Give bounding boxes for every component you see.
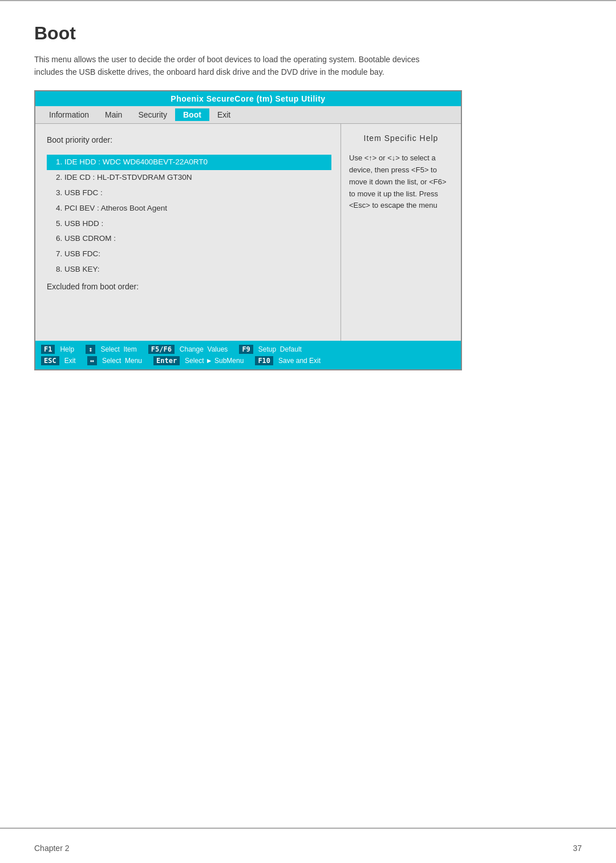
boot-item-5[interactable]: 5. USB HDD : (47, 216, 331, 232)
bios-titlebar: Phoenix SecureCore (tm) Setup Utility (35, 91, 461, 106)
label-help: Help (60, 345, 74, 353)
status-f5f6: F5/F6 Change Values (148, 345, 228, 354)
excluded-label: Excluded from boot order: (47, 282, 331, 291)
bottom-border (0, 828, 616, 829)
boot-item-1[interactable]: 1. IDE HDD : WDC WD6400BEVT-22A0RT0 (47, 155, 331, 170)
status-esc: ESC Exit (41, 356, 76, 365)
boot-item-2[interactable]: 2. IDE CD : HL-DT-STDVDRAM GT30N (47, 170, 331, 185)
bios-main: Boot priority order: 1. IDE HDD : WDC WD… (35, 124, 461, 341)
label-change-values: Change Values (180, 345, 228, 353)
bios-left-panel: Boot priority order: 1. IDE HDD : WDC WD… (35, 124, 341, 341)
help-text: Use <↑> or <↓> to select a device, then … (349, 152, 453, 212)
page-title: Boot (34, 23, 582, 44)
key-f10: F10 (255, 356, 273, 365)
status-f9: F9 Setup Default (239, 345, 302, 354)
status-enter: Enter Select ► SubMenu (153, 356, 244, 365)
label-save-exit: Save and Exit (278, 357, 321, 365)
description-line1: This menu allows the user to decide the … (34, 55, 420, 64)
description: This menu allows the user to decide the … (34, 53, 582, 79)
boot-priority-label: Boot priority order: (47, 135, 331, 144)
top-border (0, 0, 616, 1)
label-select-menu: Select Menu (102, 357, 142, 365)
label-select-item: Select Item (100, 345, 136, 353)
page-content: Boot This menu allows the user to decide… (0, 0, 616, 416)
key-f1: F1 (41, 345, 55, 354)
nav-item-exit[interactable]: Exit (209, 108, 238, 121)
boot-item-1-num: 1. IDE HDD : WDC WD6400BEVT-22A0RT0 (56, 158, 208, 166)
boot-item-4[interactable]: 4. PCI BEV : Atheros Boot Agent (47, 201, 331, 216)
boot-item-7[interactable]: 7. USB FDC: (47, 247, 331, 262)
bios-statusbar: F1 Help ↕ Select Item F5/F6 Change Value… (35, 341, 461, 369)
key-f9: F9 (239, 345, 253, 354)
key-f5f6: F5/F6 (148, 345, 175, 354)
boot-item-6[interactable]: 6. USB CDROM : (47, 231, 331, 247)
boot-item-3[interactable]: 3. USB FDC : (47, 185, 331, 201)
statusbar-row-1: F1 Help ↕ Select Item F5/F6 Change Value… (41, 344, 455, 355)
key-enter: Enter (153, 356, 180, 365)
page-footer: Chapter 2 37 (34, 844, 582, 853)
label-select-submenu: Select ► SubMenu (185, 357, 244, 365)
key-leftright: ↔ (87, 356, 97, 365)
label-exit: Exit (64, 357, 76, 365)
footer-chapter: Chapter 2 (34, 844, 69, 853)
bios-nav: Information Main Security Boot Exit (35, 106, 461, 124)
bios-container: Phoenix SecureCore (tm) Setup Utility In… (34, 90, 462, 370)
key-updown: ↕ (86, 345, 95, 354)
description-line2: includes the USB diskette drives, the on… (34, 67, 384, 76)
bios-right-panel: Item Specific Help Use <↑> or <↓> to sel… (341, 124, 461, 341)
nav-item-main[interactable]: Main (97, 108, 130, 121)
key-esc: ESC (41, 356, 59, 365)
statusbar-rows: F1 Help ↕ Select Item F5/F6 Change Value… (41, 344, 455, 366)
status-leftright: ↔ Select Menu (87, 356, 142, 365)
boot-item-8[interactable]: 8. USB KEY: (47, 262, 331, 277)
help-title: Item Specific Help (349, 132, 453, 144)
footer-page: 37 (573, 844, 582, 853)
nav-item-information[interactable]: Information (41, 108, 97, 121)
status-f10: F10 Save and Exit (255, 356, 321, 365)
status-f1: F1 Help (41, 345, 74, 354)
label-setup-default: Setup Default (258, 345, 302, 353)
status-updown: ↕ Select Item (86, 345, 137, 354)
statusbar-row-2: ESC Exit ↔ Select Menu Enter Select ► Su… (41, 355, 455, 366)
nav-item-security[interactable]: Security (130, 108, 175, 121)
nav-item-boot[interactable]: Boot (175, 108, 209, 121)
